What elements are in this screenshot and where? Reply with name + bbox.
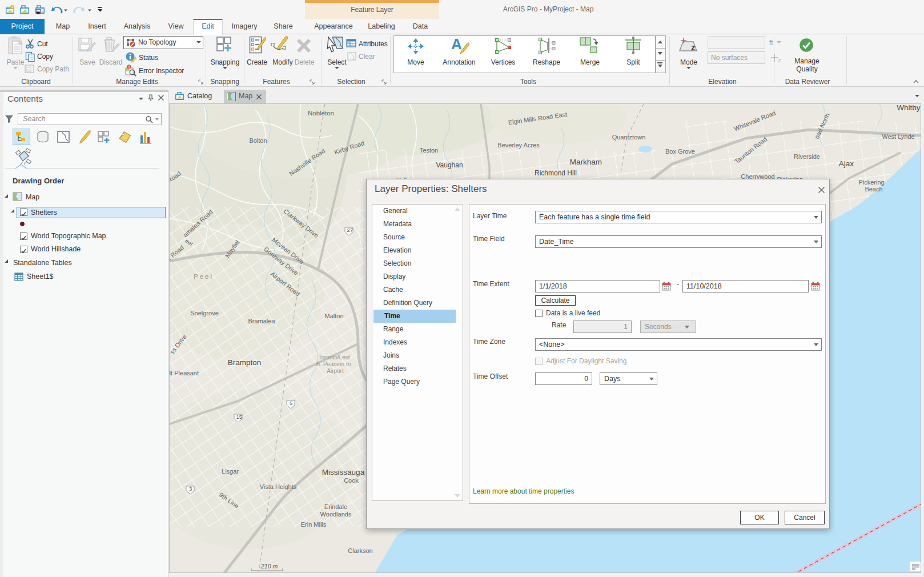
svg-text:Pickering: Pickering <box>858 179 884 186</box>
svg-text:Quantztown: Quantztown <box>612 134 646 141</box>
svg-text:Airport: Airport <box>327 368 344 374</box>
svg-text:Vista Heights: Vista Heights <box>260 483 297 490</box>
svg-text:3: 3 <box>189 486 192 492</box>
svg-text:Erin Mills: Erin Mills <box>301 521 327 528</box>
svg-text:Brampton: Brampton <box>228 358 262 367</box>
svg-text:Toronto/Lest: Toronto/Lest <box>318 354 349 360</box>
svg-text:z: z <box>778 57 781 63</box>
svg-text:Markham: Markham <box>570 158 602 166</box>
svg-text:Riverside: Riverside <box>794 153 820 160</box>
svg-text:210 m: 210 m <box>260 563 278 570</box>
svg-text:Malton: Malton <box>324 312 343 319</box>
svg-text:Ajax: Ajax <box>839 159 854 168</box>
svg-text:Woodlands: Woodlands <box>320 511 352 518</box>
svg-text:West Lynde: West Lynde <box>882 133 914 140</box>
svg-text:Teston: Teston <box>420 147 438 154</box>
svg-text:Lisgar: Lisgar <box>222 468 239 475</box>
svg-text:Erindale: Erindale <box>324 503 347 510</box>
svg-text:5: 5 <box>290 400 292 406</box>
svg-text:27: 27 <box>347 227 353 233</box>
svg-text:Nobleton: Nobleton <box>308 110 334 117</box>
svg-text:15: 15 <box>236 414 243 420</box>
svg-text:Bramalea: Bramalea <box>248 318 275 324</box>
svg-text:Whitby: Whitby <box>897 104 921 112</box>
svg-text:Peel: Peel <box>194 273 214 280</box>
svg-text:Mississauga: Mississauga <box>322 468 365 476</box>
svg-text:B. Pearson In: B. Pearson In <box>316 361 351 367</box>
svg-text:Beach: Beach <box>865 186 882 193</box>
svg-text:Snelgrove: Snelgrove <box>190 310 219 316</box>
svg-text:Beverley Acres: Beverley Acres <box>497 142 540 149</box>
svg-text:Mt Pleasant: Mt Pleasant <box>170 370 199 376</box>
svg-text:Richmond Hill: Richmond Hill <box>535 169 577 177</box>
svg-text:Clarkson: Clarkson <box>348 547 372 554</box>
svg-text:Vaughan: Vaughan <box>436 161 463 169</box>
svg-text:Cook: Cook <box>344 477 359 484</box>
svg-text:z: z <box>691 42 696 52</box>
svg-text:Bolton: Bolton <box>249 137 267 144</box>
svg-text:Box Grove: Box Grove <box>665 148 695 155</box>
svg-text:A: A <box>451 37 462 53</box>
